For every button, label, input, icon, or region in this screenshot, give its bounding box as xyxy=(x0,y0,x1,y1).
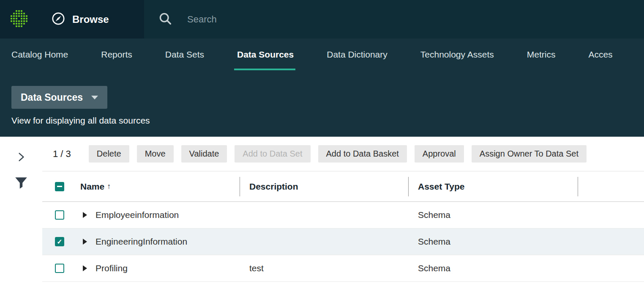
tab-technology-assets[interactable]: Technology Assets xyxy=(420,39,494,70)
row-cell-asset-type: Schema xyxy=(409,202,578,228)
tab-data-sets[interactable]: Data Sets xyxy=(165,39,204,70)
view-selector-dropdown[interactable]: Data Sources xyxy=(11,86,107,109)
header-cell-name: Name ↑ xyxy=(42,171,240,201)
chevron-down-icon xyxy=(91,96,98,99)
assign-owner-button[interactable]: Assign Owner To Data Set xyxy=(472,145,587,163)
asset-name-link[interactable]: EngineeringInformation xyxy=(96,237,187,247)
move-button[interactable]: Move xyxy=(137,145,174,163)
filter-funnel-icon[interactable] xyxy=(14,176,28,192)
expand-row-icon[interactable] xyxy=(83,239,87,245)
row-cell-description xyxy=(240,229,409,255)
row-cell-description xyxy=(240,202,409,228)
search-input[interactable]: Search xyxy=(144,0,644,39)
asset-description: test xyxy=(249,263,264,273)
pagination-indicator[interactable]: 1 / 3 xyxy=(53,149,71,160)
tab-metrics[interactable]: Metrics xyxy=(527,39,556,70)
content-area: 1 / 3 Delete Move Validate Add to Data S… xyxy=(0,137,644,292)
select-all-checkbox[interactable] xyxy=(55,182,64,191)
column-label-description[interactable]: Description xyxy=(249,182,298,192)
tab-reports[interactable]: Reports xyxy=(101,39,132,70)
row-cell-name: Profiling xyxy=(42,255,240,281)
add-to-data-set-button[interactable]: Add to Data Set xyxy=(235,145,310,163)
sort-ascending-icon[interactable]: ↑ xyxy=(107,182,111,191)
asset-name-link[interactable]: Profiling xyxy=(96,263,128,273)
tab-data-sources[interactable]: Data Sources xyxy=(237,39,294,70)
left-rail xyxy=(0,137,42,292)
row-cell-name: Employeeinformation xyxy=(42,202,240,228)
asset-name-link[interactable]: Employeeinformation xyxy=(96,210,179,220)
catalog-nav: Catalog Home Reports Data Sets Data Sour… xyxy=(0,39,644,70)
column-label-name[interactable]: Name xyxy=(80,182,104,192)
expand-row-icon[interactable] xyxy=(83,212,87,218)
add-to-data-basket-button[interactable]: Add to Data Basket xyxy=(318,145,407,163)
delete-button[interactable]: Delete xyxy=(89,145,129,163)
search-icon xyxy=(158,11,173,28)
table-row[interactable]: EngineeringInformation Schema xyxy=(42,229,644,255)
search-placeholder: Search xyxy=(187,14,217,25)
row-checkbox[interactable] xyxy=(55,237,64,246)
tab-data-dictionary[interactable]: Data Dictionary xyxy=(327,39,387,70)
view-header: Data Sources View for displaying all dat… xyxy=(0,70,644,137)
header-cell-description: Description xyxy=(240,171,409,201)
row-cell-asset-type: Schema xyxy=(409,229,578,255)
header-cell-empty xyxy=(578,171,644,201)
tab-catalog-home[interactable]: Catalog Home xyxy=(11,39,68,70)
header-cell-asset-type: Asset Type xyxy=(409,171,578,201)
view-selector-label: Data Sources xyxy=(21,92,83,103)
app-logo[interactable] xyxy=(0,0,38,39)
row-checkbox[interactable] xyxy=(55,210,64,220)
column-label-asset-type[interactable]: Asset Type xyxy=(418,182,465,192)
approval-button[interactable]: Approval xyxy=(415,145,464,163)
expand-row-icon[interactable] xyxy=(83,265,87,271)
top-bar: Browse Search xyxy=(0,0,644,39)
row-cell-name: EngineeringInformation xyxy=(42,229,240,255)
view-description: View for displaying all data sources xyxy=(11,116,644,126)
asset-type-value: Schema xyxy=(418,237,450,247)
row-checkbox[interactable] xyxy=(55,264,64,273)
results-panel: 1 / 3 Delete Move Validate Add to Data S… xyxy=(42,137,644,292)
table-row[interactable]: Employeeinformation Schema xyxy=(42,202,644,229)
expand-panel-chevron-icon[interactable] xyxy=(15,151,27,165)
table-row[interactable]: Profiling test Schema xyxy=(42,255,644,282)
browse-menu-button[interactable]: Browse xyxy=(38,0,144,39)
asset-type-value: Schema xyxy=(418,210,450,220)
row-cell-description: test xyxy=(240,255,409,281)
tab-access[interactable]: Acces xyxy=(588,39,612,70)
row-cell-asset-type: Schema xyxy=(409,255,578,281)
validate-button[interactable]: Validate xyxy=(181,145,227,163)
table-header-row: Name ↑ Description Asset Type xyxy=(42,171,644,202)
table-toolbar: 1 / 3 Delete Move Validate Add to Data S… xyxy=(42,137,644,171)
asset-type-value: Schema xyxy=(418,263,450,273)
browse-label: Browse xyxy=(72,14,109,25)
compass-icon xyxy=(51,11,65,28)
collibra-logo-icon xyxy=(9,8,30,30)
